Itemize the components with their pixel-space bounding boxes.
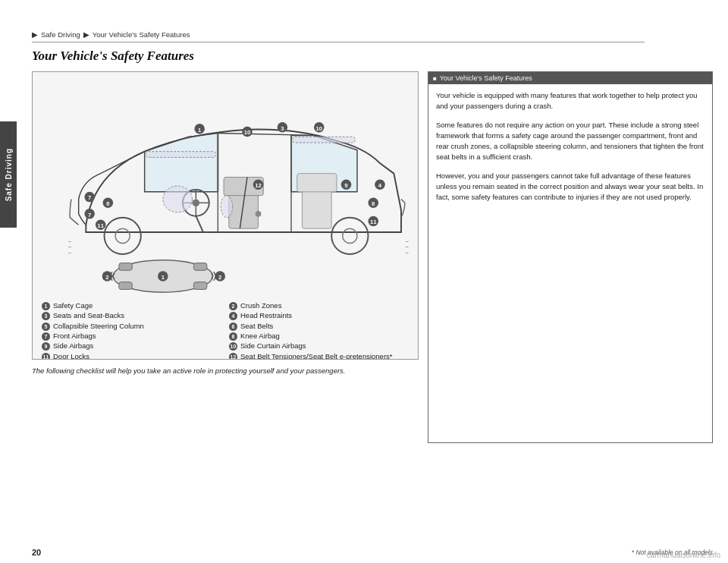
svg-line-26 bbox=[196, 216, 203, 232]
legend-item: 2 Crush Zones bbox=[229, 301, 409, 310]
svg-text:1: 1 bbox=[162, 274, 165, 281]
svg-rect-59 bbox=[119, 263, 132, 271]
svg-text:~: ~ bbox=[68, 250, 72, 256]
legend-text: Seat Belt Tensioners/Seat Belt e-pretens… bbox=[240, 352, 393, 360]
page-footer: 20 * Not available on all models bbox=[17, 548, 728, 557]
svg-rect-60 bbox=[119, 282, 132, 290]
below-diagram-text: The following checklist will help you ta… bbox=[32, 366, 419, 376]
svg-rect-16 bbox=[229, 192, 259, 228]
watermark: carmanualsonline.info bbox=[647, 551, 720, 559]
svg-text:11: 11 bbox=[97, 222, 104, 229]
legend-num: 2 bbox=[229, 301, 238, 310]
svg-point-15 bbox=[343, 228, 357, 243]
sidebar-tab-label: Safe Driving bbox=[5, 148, 13, 201]
svg-rect-61 bbox=[193, 263, 206, 271]
legend-item: 9 Side Airbags bbox=[42, 341, 221, 351]
svg-text:11: 11 bbox=[370, 219, 377, 225]
svg-text:1: 1 bbox=[198, 127, 202, 134]
legend-num-circle: 8 bbox=[229, 332, 237, 341]
svg-rect-19 bbox=[297, 174, 337, 192]
legend-item: 1 Safety Cage bbox=[42, 301, 221, 310]
legend-num: 3 bbox=[42, 311, 51, 320]
legend-num-circle: 7 bbox=[42, 332, 50, 341]
page-number: 20 bbox=[32, 548, 41, 557]
svg-text:4: 4 bbox=[378, 182, 382, 189]
legend-item: 6 Seat Belts bbox=[229, 322, 409, 331]
svg-text:9: 9 bbox=[344, 182, 347, 189]
legend-text: Front Airbags bbox=[53, 332, 96, 341]
two-column-layout: ~ ~ ~ ~ ~ ~ bbox=[32, 71, 713, 443]
svg-text:12: 12 bbox=[255, 182, 262, 189]
legend-num: 9 bbox=[42, 341, 51, 351]
legend-num: 10 bbox=[229, 341, 238, 351]
legend-num: 5 bbox=[42, 322, 51, 331]
right-column: ■ Your Vehicle's Safety Features Your ve… bbox=[428, 71, 713, 443]
svg-text:2: 2 bbox=[218, 274, 221, 281]
svg-rect-62 bbox=[193, 282, 206, 290]
info-paragraph: Some features do not require any action … bbox=[436, 120, 704, 163]
legend-item: 12 Seat Belt Tensioners/Seat Belt e-pret… bbox=[229, 352, 409, 360]
legend-item: 11 Door Locks bbox=[42, 352, 221, 360]
breadcrumb-arrow-1: ▶ bbox=[32, 30, 38, 39]
legend-text: Side Curtain Airbags bbox=[240, 341, 306, 351]
legend-num: 1 bbox=[42, 301, 51, 310]
legend-text: Seats and Seat-Backs bbox=[53, 311, 124, 320]
svg-text:2: 2 bbox=[105, 274, 108, 281]
left-column: ~ ~ ~ ~ ~ ~ bbox=[32, 71, 419, 443]
info-box-header-title: Your Vehicle's Safety Features bbox=[440, 74, 532, 82]
legend-num-circle: 1 bbox=[42, 302, 50, 310]
svg-text:10: 10 bbox=[315, 125, 322, 132]
legend-num-circle: 3 bbox=[42, 312, 50, 320]
legend-text: Collapsible Steering Column bbox=[53, 322, 144, 331]
legend-text: Side Airbags bbox=[53, 341, 93, 351]
legend-num: 11 bbox=[42, 352, 51, 360]
legend-num: 12 bbox=[229, 352, 238, 360]
breadcrumb-part2: Your Vehicle's Safety Features bbox=[93, 30, 190, 39]
legend-text: Door Locks bbox=[53, 352, 89, 360]
svg-point-30 bbox=[221, 196, 232, 218]
legend-num-circle: 12 bbox=[229, 353, 237, 360]
svg-point-13 bbox=[115, 228, 130, 243]
legend-num: 8 bbox=[229, 332, 238, 341]
page-title: Your Vehicle's Safety Features bbox=[32, 49, 713, 64]
svg-point-12 bbox=[105, 218, 141, 254]
svg-text:3: 3 bbox=[281, 125, 284, 132]
svg-rect-28 bbox=[146, 152, 216, 158]
info-box-header: ■ Your Vehicle's Safety Features bbox=[428, 72, 712, 84]
info-paragraph: Your vehicle is equipped with many featu… bbox=[436, 90, 704, 112]
car-cutaway-svg: ~ ~ ~ ~ ~ ~ bbox=[39, 78, 412, 298]
legend-item: 3 Seats and Seat-Backs bbox=[42, 311, 221, 320]
legend-num: 6 bbox=[229, 322, 238, 331]
legend-text: Crush Zones bbox=[240, 301, 281, 310]
breadcrumb-arrow-2: ▶ bbox=[83, 30, 89, 39]
legend-num-circle: 4 bbox=[229, 312, 237, 320]
legend-text: Seat Belts bbox=[240, 322, 273, 331]
legend-item: 7 Front Airbags bbox=[42, 332, 221, 341]
svg-rect-29 bbox=[293, 137, 355, 143]
legend-text: Knee Airbag bbox=[240, 332, 280, 341]
breadcrumb: ▶ Safe Driving ▶ Your Vehicle's Safety F… bbox=[32, 30, 713, 39]
main-content: ▶ Safe Driving ▶ Your Vehicle's Safety F… bbox=[17, 30, 728, 540]
legend-text: Safety Cage bbox=[53, 301, 93, 310]
legend-num-circle: 11 bbox=[42, 353, 50, 360]
svg-text:10: 10 bbox=[244, 129, 251, 136]
svg-point-14 bbox=[331, 218, 368, 254]
info-box-body: Your vehicle is equipped with many featu… bbox=[428, 84, 712, 209]
legend-item: 4 Head Restraints bbox=[229, 311, 409, 320]
legend-area: 1 Safety Cage 2 Crush Zones 3 Seats and … bbox=[39, 298, 412, 360]
svg-text:8: 8 bbox=[372, 200, 375, 207]
small-car-group: 2 1 2 bbox=[102, 260, 225, 293]
legend-item: 8 Knee Airbag bbox=[229, 332, 409, 341]
legend-num-circle: 2 bbox=[229, 302, 237, 310]
info-icon: ■ bbox=[433, 75, 437, 82]
legend-num-circle: 5 bbox=[42, 322, 50, 331]
legend-item: 10 Side Curtain Airbags bbox=[229, 341, 409, 351]
legend-text: Head Restraints bbox=[240, 311, 292, 320]
svg-text:7: 7 bbox=[88, 194, 91, 201]
svg-point-21 bbox=[193, 200, 200, 207]
car-body-group: ~ ~ ~ ~ ~ ~ bbox=[68, 122, 410, 256]
legend-item: 5 Collapsible Steering Column bbox=[42, 322, 221, 331]
legend-num-circle: 6 bbox=[229, 322, 237, 331]
legend-num: 7 bbox=[42, 332, 51, 341]
breadcrumb-separator bbox=[32, 42, 645, 42]
